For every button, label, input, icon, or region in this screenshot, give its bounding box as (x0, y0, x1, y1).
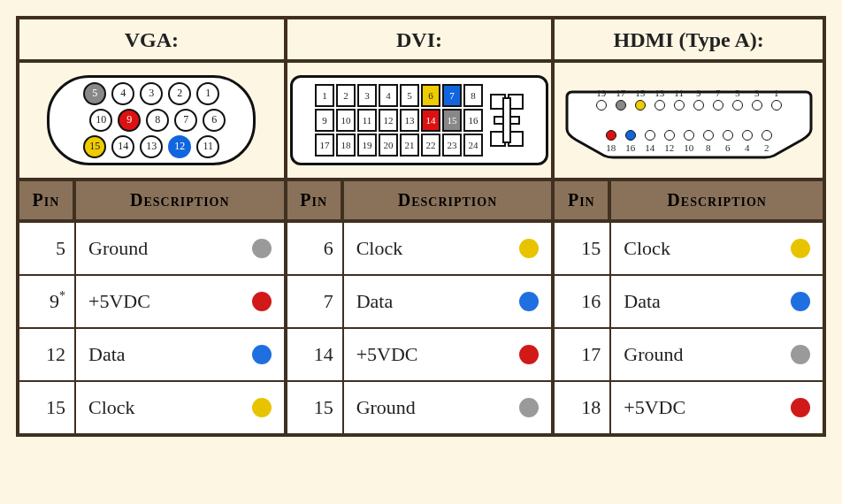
color-dot-icon (519, 239, 539, 258)
pin-number: 14 (287, 329, 344, 380)
color-dot-icon (252, 239, 272, 258)
color-dot-icon (519, 292, 539, 311)
pin-number: 12 (19, 329, 76, 380)
table-row: 14+5VDC (287, 329, 552, 382)
dvi-title: DVI: (287, 19, 552, 63)
pin-description: Data (76, 329, 284, 380)
pin-header: Pin (555, 181, 611, 219)
table-row: 15Ground (287, 382, 552, 433)
pin-description: Ground (76, 223, 284, 274)
table-row: 7Data (287, 276, 552, 329)
color-dot-icon (791, 345, 810, 364)
color-dot-icon (519, 398, 539, 417)
vga-connector-icon: 54321 109876 1514131211 (47, 75, 256, 165)
pin-description: Ground (611, 329, 823, 380)
dvi-header: Pin Description (287, 181, 552, 223)
color-dot-icon (519, 345, 539, 364)
pin-number: 5 (19, 223, 76, 274)
pin-header: Pin (287, 181, 344, 219)
pin-number: 18 (555, 382, 611, 433)
hdmi-header: Pin Description (555, 181, 823, 223)
pin-number: 15 (287, 382, 344, 433)
dvi-block: DVI: 12345678910111213141516171819202122… (287, 19, 555, 433)
hdmi-block: HDMI (Type A): 191715131197531 181614121… (555, 19, 823, 433)
pin-number: 7 (287, 276, 344, 327)
table-row: 12Data (19, 329, 284, 382)
color-dot-icon (791, 292, 810, 311)
pin-number: 15 (19, 382, 76, 433)
pin-description: Clock (76, 382, 284, 433)
pin-description: +5VDC (611, 382, 823, 433)
pin-number: 6 (287, 223, 344, 274)
table-row: 18+5VDC (555, 382, 823, 433)
table-row: 16Data (555, 276, 823, 329)
vga-header: Pin Description (19, 181, 284, 223)
pin-description: Data (611, 276, 823, 327)
pinout-comparison-table: VGA: 54321 109876 1514131211 Pin Descrip… (16, 16, 826, 437)
color-dot-icon (252, 398, 272, 417)
dvi-rows: 6Clock7Data14+5VDC15Ground (287, 223, 552, 433)
dvi-connector-icon: 123456789101112131415161718192021222324 (290, 75, 548, 165)
table-row: 17Ground (555, 329, 823, 382)
table-row: 15Clock (555, 223, 823, 276)
color-dot-icon (252, 345, 272, 364)
hdmi-rows: 15Clock16Data17Ground18+5VDC (555, 223, 823, 433)
vga-title: VGA: (19, 19, 284, 63)
dvi-ground-blade-icon (490, 94, 524, 147)
pin-description: Data (344, 276, 552, 327)
pin-number: 17 (555, 329, 611, 380)
table-row: 5Ground (19, 223, 284, 276)
color-dot-icon (252, 292, 272, 311)
pin-description: Ground (344, 382, 552, 433)
dvi-diagram: 123456789101112131415161718192021222324 (287, 63, 552, 181)
hdmi-title: HDMI (Type A): (555, 19, 823, 63)
pin-description: Clock (611, 223, 823, 274)
table-row: 15Clock (19, 382, 284, 433)
pin-header: Pin (19, 181, 76, 219)
vga-block: VGA: 54321 109876 1514131211 Pin Descrip… (19, 19, 287, 433)
pin-number: 15 (555, 223, 611, 274)
table-row: 6Clock (287, 223, 552, 276)
hdmi-connector-icon: 191715131197531 18161412108642 (565, 76, 813, 164)
hdmi-diagram: 191715131197531 18161412108642 (555, 63, 823, 181)
pin-description: +5VDC (344, 329, 552, 380)
description-header: Description (76, 181, 284, 219)
color-dot-icon (791, 398, 810, 417)
pin-description: Clock (344, 223, 552, 274)
color-dot-icon (791, 239, 810, 258)
pin-number: 16 (555, 276, 611, 327)
vga-rows: 5Ground9*+5VDC12Data15Clock (19, 223, 284, 433)
table-row: 9*+5VDC (19, 276, 284, 329)
description-header: Description (344, 181, 552, 219)
pin-description: +5VDC (76, 276, 284, 327)
description-header: Description (611, 181, 823, 219)
pin-number: 9* (19, 276, 76, 327)
vga-diagram: 54321 109876 1514131211 (19, 63, 284, 181)
